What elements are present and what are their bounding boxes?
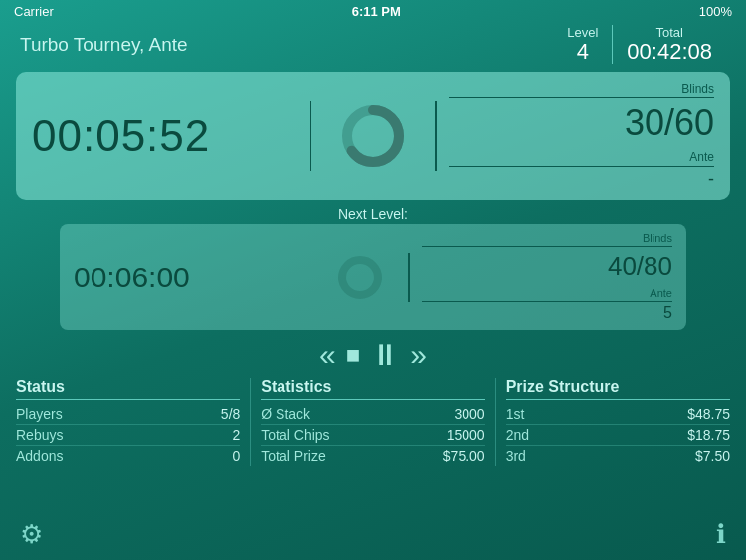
first-place-label: 1st	[506, 406, 525, 422]
third-place-label: 3rd	[506, 448, 526, 464]
level-label: Level	[567, 25, 598, 40]
prize-title: Prize Structure	[506, 378, 730, 400]
total-chips-label: Total Chips	[261, 427, 329, 443]
stop-button[interactable]: ■	[346, 343, 361, 367]
total-value: 00:42:08	[627, 40, 712, 64]
next-donut	[334, 252, 386, 303]
battery-label: 100%	[699, 4, 732, 19]
bottom-section: Status Players 5/8 Rebuys 2 Addons 0 Sta…	[0, 378, 746, 466]
statistics-panel: Statistics Ø Stack 3000 Total Chips 1500…	[261, 378, 484, 466]
total-chips-value: 15000	[447, 427, 485, 443]
time-label: 6:11 PM	[352, 4, 401, 19]
rebuys-value: 2	[233, 427, 241, 443]
divider-1	[310, 101, 312, 171]
status-row-players: Players 5/8	[16, 404, 240, 425]
prize-row-1st: 1st $48.75	[506, 404, 730, 425]
level-value: 4	[567, 40, 598, 64]
tournament-title: Turbo Tourney, Ante	[20, 34, 188, 56]
blinds-label: Blinds	[449, 82, 715, 98]
next-blinds-value: 40/80	[422, 251, 672, 281]
first-place-value: $48.75	[687, 406, 730, 422]
total-prize-label: Total Prize	[261, 448, 325, 464]
progress-donut	[337, 100, 409, 172]
main-timer: 00:05:52	[32, 111, 298, 161]
statistics-title: Statistics	[261, 378, 484, 400]
next-blinds-label: Blinds	[422, 232, 672, 247]
divider-2	[435, 101, 437, 171]
total-label: Total	[627, 25, 712, 40]
third-place-value: $7.50	[695, 448, 730, 464]
players-label: Players	[16, 406, 63, 422]
level-block: Level 4	[553, 25, 613, 64]
forward-button[interactable]: »	[410, 340, 427, 370]
status-row-rebuys: Rebuys 2	[16, 425, 240, 446]
prize-row-3rd: 3rd $7.50	[506, 446, 730, 466]
panel-divider-1	[250, 378, 251, 466]
footer: ⚙ ℹ	[0, 519, 746, 550]
prize-row-2nd: 2nd $18.75	[506, 425, 730, 446]
players-value: 5/8	[221, 406, 240, 422]
svg-point-2	[342, 260, 378, 295]
next-level-card: 00:06:00 Blinds 40/80 Ante 5	[60, 224, 686, 330]
playback-controls: « ■ ⏸ »	[0, 340, 746, 370]
ante-label: Ante	[449, 150, 715, 167]
blinds-value: 30/60	[449, 102, 715, 144]
header-right: Level 4 Total 00:42:08	[553, 25, 726, 64]
status-row-addons: Addons 0	[16, 446, 240, 466]
settings-icon[interactable]: ⚙	[20, 519, 43, 550]
stat-row-prize: Total Prize $75.00	[261, 446, 484, 466]
status-panel: Status Players 5/8 Rebuys 2 Addons 0	[16, 378, 240, 466]
avg-stack-label: Ø Stack	[261, 406, 310, 422]
next-ante-label: Ante	[422, 287, 672, 302]
next-ante-value: 5	[422, 304, 672, 322]
status-bar: Carrier 6:11 PM 100%	[0, 0, 746, 23]
addons-value: 0	[233, 448, 241, 464]
rebuys-label: Rebuys	[16, 427, 63, 443]
status-title: Status	[16, 378, 240, 400]
stat-row-chips: Total Chips 15000	[261, 425, 484, 446]
second-place-label: 2nd	[506, 427, 529, 443]
ante-value: -	[449, 169, 715, 190]
info-icon[interactable]: ℹ	[716, 519, 726, 550]
next-timer: 00:06:00	[74, 261, 324, 294]
prize-panel: Prize Structure 1st $48.75 2nd $18.75 3r…	[506, 378, 730, 466]
stat-row-stack: Ø Stack 3000	[261, 404, 484, 425]
avg-stack-value: 3000	[455, 406, 485, 422]
header: Turbo Tourney, Ante Level 4 Total 00:42:…	[0, 23, 746, 68]
main-timer-card: 00:05:52 Blinds 30/60 Ante -	[16, 72, 730, 200]
next-level-label: Next Level:	[0, 206, 746, 222]
rewind-button[interactable]: «	[319, 340, 336, 370]
panel-divider-2	[495, 378, 496, 466]
total-block: Total 00:42:08	[613, 25, 726, 64]
pause-button[interactable]: ⏸	[370, 340, 400, 370]
addons-label: Addons	[16, 448, 63, 464]
carrier-label: Carrier	[14, 4, 54, 19]
total-prize-value: $75.00	[443, 448, 485, 464]
next-blind-info: Blinds 40/80 Ante 5	[422, 232, 672, 322]
second-place-value: $18.75	[687, 427, 730, 443]
blind-info: Blinds 30/60 Ante -	[449, 82, 715, 190]
next-divider	[408, 253, 410, 302]
